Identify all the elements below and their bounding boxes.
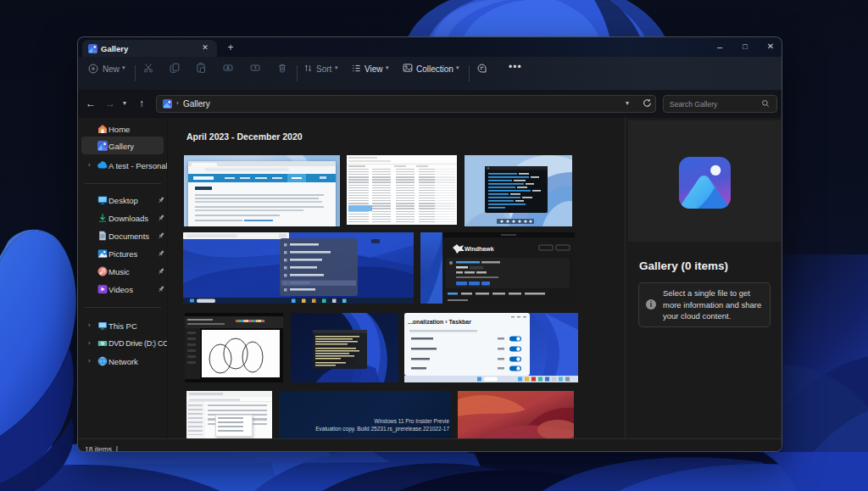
svg-text:...onalization › Taskbar: ...onalization › Taskbar [408, 319, 471, 325]
svg-text:Windhawk: Windhawk [465, 246, 494, 252]
